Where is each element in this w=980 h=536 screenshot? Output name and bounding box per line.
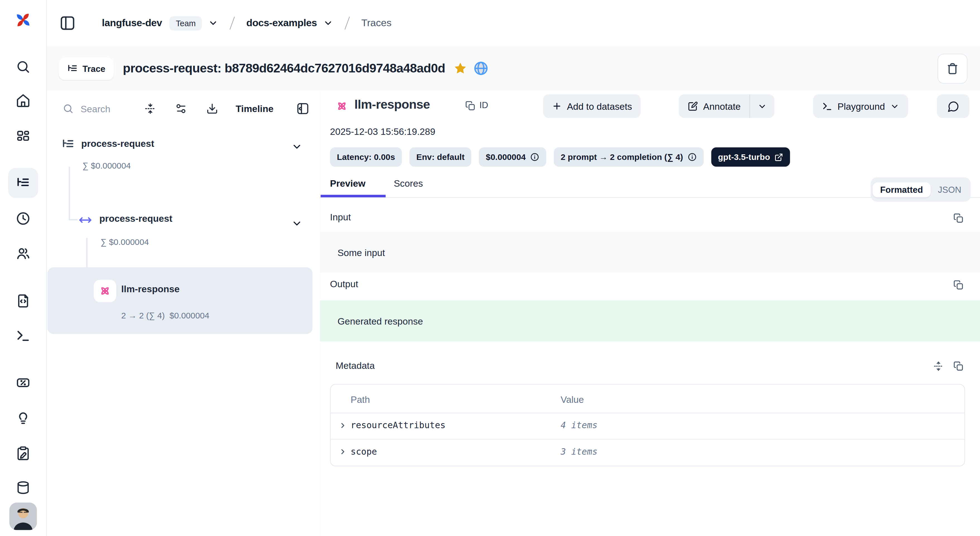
settings-sliders-icon[interactable] xyxy=(175,103,187,115)
generation-tile xyxy=(94,280,116,302)
trace-tree-panel: Timeline process-request ∑ $0.000004 xyxy=(46,90,321,536)
active-tab-underline xyxy=(321,195,386,197)
breadcrumb-org[interactable]: langfuse-dev xyxy=(102,17,162,29)
bookmark-star-icon[interactable] xyxy=(453,61,468,76)
download-icon[interactable] xyxy=(206,103,218,115)
info-icon xyxy=(687,152,697,162)
observation-detail-panel: llm-response ID Add to datasets Annotate… xyxy=(320,90,980,536)
span-move-horizontal-icon xyxy=(79,213,92,227)
clock-icon[interactable] xyxy=(16,211,31,226)
copy-input-icon[interactable] xyxy=(953,213,964,224)
square-pen-icon xyxy=(687,101,698,111)
sidebar-item-tracing-active[interactable] xyxy=(8,168,38,198)
copy-metadata-icon[interactable] xyxy=(953,361,964,371)
env-badge: Env: default xyxy=(409,147,471,167)
unfold-vertical-icon[interactable] xyxy=(933,361,944,371)
percent-box-icon[interactable] xyxy=(16,375,31,390)
tab-preview[interactable]: Preview xyxy=(330,178,365,189)
tree-row-trace[interactable]: process-request ∑ $0.000004 xyxy=(46,133,320,183)
chevron-down-icon[interactable] xyxy=(323,18,333,28)
toggle-formatted[interactable]: Formatted xyxy=(873,182,931,197)
id-label[interactable]: ID xyxy=(479,100,488,110)
home-icon[interactable] xyxy=(16,93,31,108)
file-code-icon[interactable] xyxy=(16,293,31,308)
search-icon[interactable] xyxy=(16,59,31,75)
top-bar: langfuse-dev Team docs-examples Traces xyxy=(46,0,980,47)
nav-rail xyxy=(0,0,47,536)
panel-left-toggle-icon[interactable] xyxy=(59,15,76,31)
metadata-key: resourceAttributes xyxy=(350,420,445,430)
metadata-table: Path Value resourceAttributes 4 items sc… xyxy=(330,384,965,466)
message-circle-icon xyxy=(947,100,959,112)
trash-icon xyxy=(946,62,959,75)
toggle-json[interactable]: JSON xyxy=(931,182,969,197)
view-mode-toggle: Formatted JSON xyxy=(871,177,970,201)
playground-button[interactable]: Playground xyxy=(813,94,908,118)
copy-id-icon[interactable] xyxy=(465,101,476,111)
copy-output-icon[interactable] xyxy=(953,280,964,290)
generation-pinwheel-icon xyxy=(335,99,348,113)
metadata-section-label: Metadata xyxy=(336,360,375,371)
chevron-down-icon[interactable] xyxy=(208,18,218,28)
trace-type-pill: Trace xyxy=(59,57,113,80)
users-icon[interactable] xyxy=(16,246,31,261)
breadcrumb-divider xyxy=(345,16,350,30)
chevron-right-icon xyxy=(339,422,347,430)
model-badge[interactable]: gpt-3.5-turbo xyxy=(711,147,790,167)
collapse-all-icon[interactable] xyxy=(145,103,156,115)
metrics-badge-row: Latency: 0.00s Env: default $0.000004 2 … xyxy=(330,147,790,167)
langfuse-logo[interactable] xyxy=(12,9,35,31)
user-avatar[interactable] xyxy=(10,503,37,530)
generation-pinwheel-icon xyxy=(98,284,112,298)
tree-node-metric: ∑ $0.000004 xyxy=(101,237,149,247)
tree-node-label: process-request xyxy=(81,138,154,149)
search-icon xyxy=(62,103,74,114)
metadata-row[interactable]: scope 3 items xyxy=(331,439,964,465)
breadcrumb-section-traces[interactable]: Traces xyxy=(361,17,391,29)
add-to-datasets-button[interactable]: Add to datasets xyxy=(543,94,641,118)
tree-row-span[interactable]: process-request ∑ $0.000004 xyxy=(46,210,320,260)
tree-search-input[interactable] xyxy=(80,103,142,115)
metadata-col-path: Path xyxy=(350,394,370,404)
public-globe-icon[interactable] xyxy=(473,60,489,76)
panel-collapse-icon[interactable] xyxy=(296,102,309,115)
tree-row-generation-selected[interactable]: llm-response 2 → 2 (∑ 4) $0.000004 xyxy=(48,267,312,334)
database-icon[interactable] xyxy=(16,480,31,495)
annotate-dropdown-chevron[interactable] xyxy=(750,94,774,118)
annotate-button-group: Annotate xyxy=(679,94,775,118)
tab-scores[interactable]: Scores xyxy=(394,178,423,189)
terminal-icon xyxy=(822,101,832,111)
tree-node-label: llm-response xyxy=(121,283,180,294)
trace-title: process-request: b8789d62464dc7627016d97… xyxy=(123,61,445,76)
metadata-value: 4 items xyxy=(560,420,597,430)
comments-button[interactable] xyxy=(937,94,969,118)
trace-tree-icon xyxy=(67,63,78,74)
lightbulb-icon[interactable] xyxy=(16,410,31,425)
metadata-col-value: Value xyxy=(560,394,584,404)
trace-header-bar: Trace process-request: b8789d62464dc7627… xyxy=(46,46,980,91)
chevron-down-icon[interactable] xyxy=(291,141,302,152)
terminal-icon[interactable] xyxy=(16,328,31,344)
app-window: langfuse-dev Team docs-examples Traces T… xyxy=(0,0,980,536)
output-value: Generated response xyxy=(337,316,423,326)
clipboard-pen-icon[interactable] xyxy=(16,446,31,461)
breadcrumb-divider xyxy=(229,16,235,30)
metadata-row[interactable]: resourceAttributes 4 items xyxy=(331,412,964,439)
timeline-toggle[interactable]: Timeline xyxy=(235,103,274,114)
dashboards-grid-icon[interactable] xyxy=(16,129,31,144)
trace-tree-icon xyxy=(16,176,31,190)
observation-name: llm-response xyxy=(355,97,430,112)
cost-badge[interactable]: $0.000004 xyxy=(479,147,546,167)
org-type-badge: Team xyxy=(170,16,202,30)
metadata-key: scope xyxy=(350,446,377,456)
tree-node-label: process-request xyxy=(99,213,172,224)
input-section-label: Input xyxy=(330,212,351,222)
chevron-right-icon xyxy=(339,448,347,456)
delete-trace-button[interactable] xyxy=(938,54,968,84)
token-usage-badge[interactable]: 2 prompt → 2 completion (∑ 4) xyxy=(554,147,704,167)
tree-search[interactable] xyxy=(62,103,142,115)
chevron-down-icon[interactable] xyxy=(291,218,302,229)
input-value: Some input xyxy=(337,247,385,257)
annotate-button[interactable]: Annotate xyxy=(679,94,749,118)
breadcrumb-project[interactable]: docs-examples xyxy=(246,17,317,29)
